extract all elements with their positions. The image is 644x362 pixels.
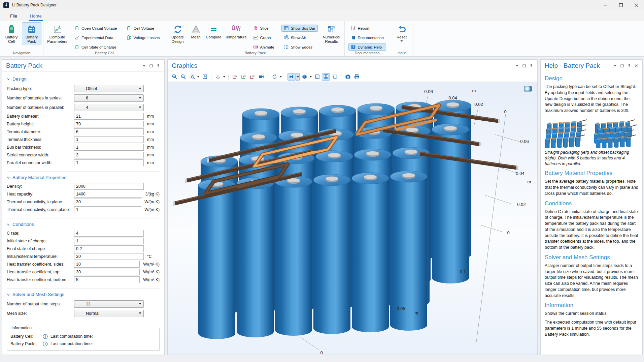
- battery-diameter-input[interactable]: [74, 113, 144, 120]
- pin-icon[interactable]: [627, 64, 631, 68]
- print-icon[interactable]: [352, 73, 361, 81]
- sound-dropdown[interactable]: [296, 73, 300, 81]
- section-solver-header[interactable]: Solver and Mesh Settings: [7, 292, 160, 297]
- panel-menu-icon[interactable]: [142, 64, 146, 68]
- heat-capacity-input[interactable]: [74, 191, 142, 198]
- scene-environment-icon[interactable]: [524, 86, 532, 92]
- float-panel-icon[interactable]: [149, 64, 153, 68]
- final-state-of-charge-input[interactable]: [74, 245, 144, 252]
- wireframe-icon[interactable]: [313, 73, 321, 81]
- open-circuit-voltage-button[interactable]: Open Circuit Voltage: [72, 25, 119, 32]
- close-button[interactable]: [629, 0, 644, 10]
- view-xy-icon[interactable]: xy: [231, 73, 239, 81]
- slice-button[interactable]: Slice: [251, 25, 277, 32]
- initialexternal-temperature-input[interactable]: [74, 253, 144, 260]
- heat-transfer-coefficient-sides-input[interactable]: [74, 261, 140, 268]
- heat-transfer-coefficient-bottom-input[interactable]: [74, 276, 140, 283]
- scene-settings-dropdown[interactable]: [309, 73, 312, 81]
- group-label-documentation: Documentation: [345, 51, 390, 56]
- grid-icon[interactable]: [322, 73, 330, 81]
- rotate-dropdown[interactable]: [279, 73, 282, 81]
- field-unit: °C: [147, 254, 151, 259]
- update-design-button[interactable]: Update Design: [168, 22, 188, 45]
- cell-voltage-button[interactable]: Cell Voltage: [124, 25, 162, 32]
- show-bus-bar-button[interactable]: Show Bus Bar: [281, 25, 318, 32]
- number-of-batteries-in-series-select[interactable]: 6: [74, 94, 144, 102]
- reset-button[interactable]: Reset: [392, 22, 411, 43]
- animate-button[interactable]: Animate: [251, 43, 277, 51]
- view-xz-icon[interactable]: xz: [248, 73, 257, 81]
- view-yz-icon[interactable]: yz: [240, 73, 248, 81]
- screenshot-icon[interactable]: [344, 73, 352, 81]
- number-of-batteries-in-parallel-select[interactable]: 4: [74, 104, 144, 111]
- sound-icon[interactable]: [287, 73, 296, 81]
- documentation-button[interactable]: Documentation: [348, 34, 386, 41]
- default-view-icon[interactable]: [214, 73, 222, 81]
- section-conditions: Conditions C rate:Initial state of charg…: [7, 218, 160, 284]
- zoom-box-icon[interactable]: [188, 73, 196, 81]
- info-icon[interactable]: i: [43, 334, 48, 339]
- field-row: Battery height:mm: [7, 121, 160, 127]
- battery-pack-button[interactable]: Battery Pack: [22, 22, 41, 45]
- maximize-button[interactable]: [613, 0, 629, 10]
- section-conditions-header[interactable]: Conditions: [7, 222, 160, 227]
- field-row: Bus bar thickness:mm: [7, 144, 160, 151]
- panel-menu-icon[interactable]: [613, 64, 617, 68]
- temperature-button[interactable]: Temperature: [224, 22, 248, 41]
- cell-state-of-charge-button[interactable]: Cell State of Charge: [72, 43, 119, 51]
- float-panel-icon[interactable]: [620, 64, 624, 68]
- help-body-material: Set the average battery material propert…: [545, 179, 638, 197]
- parallel-connector-width-input[interactable]: [74, 159, 144, 166]
- zoom-extents-icon[interactable]: [201, 73, 209, 81]
- show-air-button[interactable]: Show Air: [281, 34, 318, 41]
- bus-bar-thickness-input[interactable]: [74, 144, 144, 151]
- scene-settings-icon[interactable]: [300, 73, 308, 81]
- number-of-batteries-in-series-label: Number of batteries in series:: [7, 96, 74, 100]
- graph-button[interactable]: Graph: [251, 34, 277, 41]
- mesh-button[interactable]: Mesh: [188, 22, 204, 41]
- initial-state-of-charge-input[interactable]: [74, 238, 144, 244]
- numerical-results-button[interactable]: Numerical Results: [320, 22, 343, 45]
- axes-icon[interactable]: [331, 73, 339, 81]
- zoom-out-icon[interactable]: [179, 73, 187, 81]
- dynamic-help-button[interactable]: ? Dynamic Help: [348, 43, 386, 51]
- section-design-header[interactable]: Design: [7, 77, 160, 82]
- compute-button[interactable]: Compute: [204, 22, 223, 41]
- experimental-data-button[interactable]: Experimental Data: [72, 34, 119, 41]
- tab-home[interactable]: Home: [29, 11, 43, 21]
- thermal-conductivity-cross-plane-input[interactable]: [74, 206, 141, 213]
- show-edges-button[interactable]: Show Edges: [281, 43, 318, 51]
- default-view-dropdown[interactable]: [223, 73, 226, 81]
- pin-icon[interactable]: [156, 64, 160, 68]
- report-button[interactable]: Report: [348, 25, 386, 32]
- voltage-losses-button[interactable]: Voltage Losses: [124, 34, 162, 41]
- thermal-conductivity-in-plane-input[interactable]: [74, 199, 141, 205]
- zoom-box-dropdown[interactable]: [197, 73, 200, 81]
- info-icon[interactable]: i: [43, 341, 48, 346]
- packing-type-select[interactable]: Offset: [74, 85, 144, 92]
- float-panel-icon[interactable]: [522, 64, 526, 68]
- graphics-viewport[interactable]: 0.060.040.020m0.060.040.020m0.10.050m: [168, 82, 537, 355]
- compute-parameters-button[interactable]: Compute Parameters: [45, 22, 69, 45]
- section-material-header[interactable]: Battery Material Properties: [7, 175, 160, 180]
- minimize-button[interactable]: [598, 0, 613, 10]
- zoom-in-icon[interactable]: [170, 73, 178, 81]
- panel-menu-icon[interactable]: [515, 64, 519, 68]
- battery-cell-button[interactable]: Battery Cell: [2, 22, 21, 45]
- field-row: Heat transfer coefficient, top:W/(m²·K): [7, 269, 160, 275]
- density-input[interactable]: [74, 183, 144, 190]
- heat-transfer-coefficient-top-input[interactable]: [74, 269, 140, 275]
- close-icon[interactable]: [634, 64, 638, 68]
- rotate-icon[interactable]: [270, 73, 278, 81]
- terminal-diameter-input[interactable]: [74, 128, 144, 135]
- serial-connector-width-input[interactable]: [74, 152, 144, 158]
- battery-height-input[interactable]: [74, 121, 144, 127]
- c-rate-input[interactable]: [74, 230, 144, 237]
- pin-icon[interactable]: [529, 64, 533, 68]
- tab-file[interactable]: File: [9, 11, 19, 21]
- serial-connector-width-label: Serial connector width:: [7, 153, 74, 157]
- terminal-thickness-input[interactable]: [74, 136, 144, 143]
- perspective-icon[interactable]: [257, 73, 265, 81]
- number-of-output-time-steps-select[interactable]: 11: [74, 300, 144, 308]
- mesh-size-select[interactable]: Normal: [74, 310, 144, 317]
